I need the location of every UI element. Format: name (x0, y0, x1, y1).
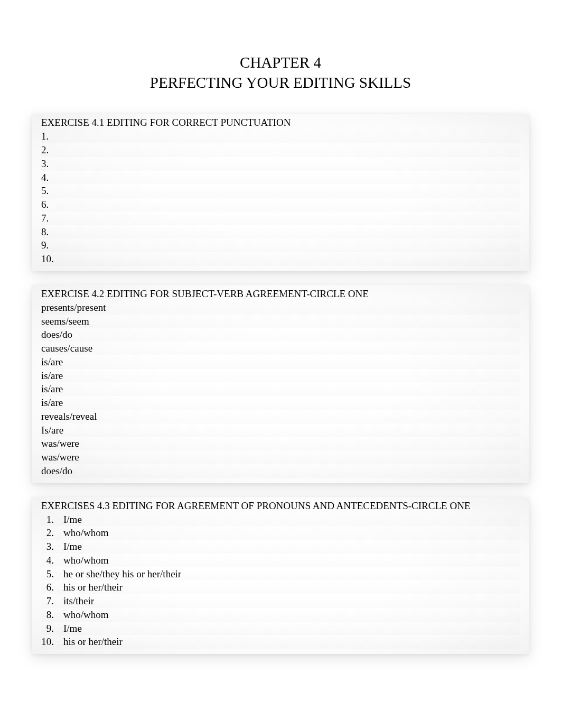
list-item: 2. (41, 143, 520, 157)
list-item: 7. its/their (41, 594, 520, 608)
item-text: its/their (63, 595, 520, 607)
list-item: 4. (41, 171, 520, 185)
exercise-42-heading: EXERCISE 4.2 EDITING FOR SUBJECT-VERB AG… (41, 288, 520, 300)
item-text: he or she/they his or her/their (63, 568, 520, 580)
item-number: 10. (41, 253, 54, 264)
item-number: 2. (41, 144, 49, 155)
item-number: 9. (41, 622, 63, 635)
item-number: 9. (41, 239, 49, 251)
item-text: who/whom (63, 554, 520, 567)
item-number: 8. (41, 226, 49, 237)
list-item: does/do (41, 328, 520, 342)
item-number: 1. (41, 513, 63, 526)
item-text: I/me (63, 540, 520, 553)
list-item: is/are (41, 396, 520, 410)
list-item: 10. (41, 252, 520, 266)
item-number: 10. (41, 635, 63, 648)
list-item: is/are (41, 355, 520, 369)
item-number: 4. (41, 172, 49, 183)
list-item: 8. (41, 225, 520, 239)
exercise-41-heading: EXERCISE 4.1 EDITING FOR CORRECT PUNCTUA… (41, 117, 520, 128)
list-item: does/do (41, 464, 520, 478)
item-text: his or her/their (63, 635, 520, 648)
list-item: 5. (41, 184, 520, 198)
item-number: 2. (41, 527, 63, 539)
item-number: 4. (41, 554, 63, 567)
list-item: 1. I/me (41, 513, 520, 527)
chapter-title: CHAPTER 4 PERFECTING YOUR EDITING SKILLS (32, 53, 529, 93)
item-number: 3. (41, 540, 63, 553)
list-item: presents/present (41, 301, 520, 315)
exercise-41-list: 1. 2. 3. 4. 5. 6. 7. 8. 9. 10. (41, 130, 520, 266)
item-number: 7. (41, 213, 49, 224)
item-number: 1. (41, 131, 49, 142)
item-text: who/whom (63, 609, 520, 621)
exercise-41-block: EXERCISE 4.1 EDITING FOR CORRECT PUNCTUA… (32, 114, 529, 271)
item-text: his or her/their (63, 581, 520, 594)
item-number: 6. (41, 199, 49, 210)
list-item: was/were (41, 450, 520, 464)
exercise-42-block: EXERCISE 4.2 EDITING FOR SUBJECT-VERB AG… (32, 285, 529, 483)
exercise-43-heading: EXERCISES 4.3 EDITING FOR AGREEMENT OF P… (41, 500, 520, 512)
exercise-43-list: 1. I/me 2. who/whom 3. I/me 4. who/whom … (41, 513, 520, 649)
list-item: 9. (41, 238, 520, 252)
list-item: 1. (41, 130, 520, 143)
item-text: I/me (63, 513, 520, 526)
list-item: Is/are (41, 423, 520, 437)
exercise-43-block: EXERCISES 4.3 EDITING FOR AGREEMENT OF P… (32, 497, 529, 655)
item-number: 5. (41, 185, 49, 196)
chapter-name: PERFECTING YOUR EDITING SKILLS (32, 73, 529, 93)
list-item: 7. (41, 211, 520, 225)
item-number: 7. (41, 595, 63, 607)
list-item: 5. he or she/they his or her/their (41, 567, 520, 581)
list-item: is/are (41, 382, 520, 396)
list-item: seems/seem (41, 315, 520, 328)
item-number: 6. (41, 581, 63, 594)
item-number: 3. (41, 158, 49, 169)
item-text: I/me (63, 622, 520, 635)
list-item: reveals/reveal (41, 410, 520, 423)
item-number: 5. (41, 568, 63, 580)
list-item: 4. who/whom (41, 554, 520, 567)
list-item: 3. (41, 157, 520, 171)
list-item: 2. who/whom (41, 526, 520, 540)
exercise-42-list: presents/present seems/seem does/do caus… (41, 301, 520, 478)
list-item: 10. his or her/their (41, 635, 520, 649)
list-item: is/are (41, 369, 520, 383)
item-number: 8. (41, 609, 63, 621)
list-item: causes/cause (41, 342, 520, 355)
chapter-number: CHAPTER 4 (32, 53, 529, 73)
item-text: who/whom (63, 527, 520, 539)
list-item: was/were (41, 437, 520, 450)
list-item: 3. I/me (41, 540, 520, 554)
list-item: 8. who/whom (41, 608, 520, 622)
list-item: 9. I/me (41, 622, 520, 635)
list-item: 6. his or her/their (41, 580, 520, 594)
list-item: 6. (41, 198, 520, 211)
